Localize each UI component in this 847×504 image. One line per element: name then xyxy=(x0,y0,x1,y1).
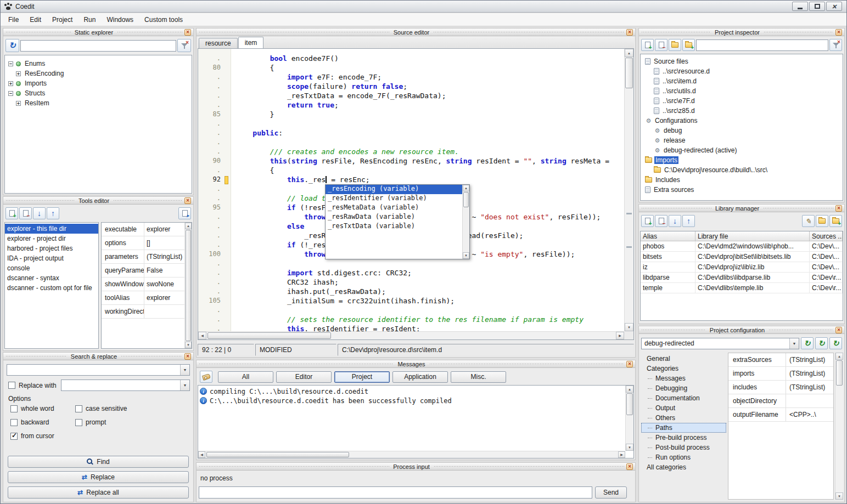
configuration-value[interactable]: debug-redirected xyxy=(642,338,789,349)
edit-library-button[interactable] xyxy=(802,215,815,227)
panel-close-button[interactable] xyxy=(626,29,633,36)
replace-with-value[interactable] xyxy=(61,380,180,390)
dock-grip[interactable] xyxy=(641,207,711,209)
scrollbar-thumb[interactable] xyxy=(186,230,191,341)
category-general[interactable]: General xyxy=(641,354,726,364)
property-row-includes[interactable]: includes(TStringList) xyxy=(728,381,833,394)
dock-grip[interactable] xyxy=(121,355,182,358)
inspector-item-debug[interactable]: debug xyxy=(641,126,843,135)
grid-scrollbar[interactable] xyxy=(184,223,192,348)
message-item[interactable]: C:\...\build\resource.d.coedit has been … xyxy=(198,396,625,405)
category-others[interactable]: Others xyxy=(641,413,726,423)
inspector-item-release[interactable]: release xyxy=(641,135,843,145)
code-line[interactable]: . return true; xyxy=(198,101,624,110)
dock-grip[interactable] xyxy=(5,31,71,33)
tool-item-dscanner-syntax[interactable]: dscanner - syntax xyxy=(5,273,98,283)
filter-all[interactable]: All xyxy=(218,371,273,383)
tree-item-resencoding[interactable]: +ResEncoding xyxy=(5,69,192,78)
inspector-item-includes[interactable]: Includes xyxy=(641,175,843,185)
code-line[interactable]: . public: xyxy=(198,129,624,138)
scrollbar-thumb[interactable] xyxy=(206,452,349,457)
panel-close-button[interactable] xyxy=(184,197,191,204)
checkbox-box[interactable] xyxy=(10,405,18,412)
dock-grip[interactable] xyxy=(769,329,833,331)
panel-header[interactable]: Process input xyxy=(197,463,635,471)
find-button[interactable]: Find xyxy=(8,456,189,468)
tool-item-ida-project-output[interactable]: IDA - project output xyxy=(5,253,98,263)
code-line[interactable]: 92 this._res = resEnc; xyxy=(198,175,624,185)
library-row-temple[interactable]: templeC:\Dev\dlibs\temple.libC:\Dev\r... xyxy=(641,283,843,293)
minimize-button[interactable] xyxy=(792,2,808,11)
inspector-item-src-z85-d[interactable]: ..\src\z85.d xyxy=(641,106,843,116)
property-row-objectdirectory[interactable]: objectDirectory xyxy=(728,394,833,408)
replace-with-checkbox[interactable] xyxy=(8,382,15,389)
panel-close-button[interactable] xyxy=(184,29,191,36)
menu-item-windows[interactable]: Windows xyxy=(101,14,139,26)
messages-horizontal-scrollbar[interactable] xyxy=(198,451,625,458)
scroll-right-button[interactable] xyxy=(618,451,625,458)
replace-all-button[interactable]: Replace all xyxy=(8,486,189,499)
inspector-item-configurations[interactable]: Configurations xyxy=(641,116,843,126)
checkbox-from-cursor[interactable]: from cursor xyxy=(10,432,75,440)
open-folder-button[interactable] xyxy=(669,39,681,51)
scroll-up-button[interactable] xyxy=(835,353,843,360)
panel-header[interactable]: Tools editor xyxy=(3,197,193,205)
tool-item-explorer-project-dir[interactable]: explorer - project dir xyxy=(5,234,98,243)
inspector-item-source-files[interactable]: Source files xyxy=(641,56,843,66)
refresh-button[interactable] xyxy=(5,39,19,52)
category-documentation[interactable]: Documentation xyxy=(641,393,726,403)
property-row-parameters[interactable]: parameters(TStringList) xyxy=(102,250,184,264)
send-button[interactable]: Send xyxy=(595,486,627,499)
library-row-iz[interactable]: izC:\Dev\dproj\iz\lib\iz.libC:\Dev\... xyxy=(641,262,843,273)
panel-header[interactable]: Source editor xyxy=(197,29,635,36)
move-tool-up-button[interactable] xyxy=(47,207,59,219)
code-line[interactable]: 90 this(string resFile, ResEncoding resE… xyxy=(198,157,624,166)
tool-item-harbored-project-files[interactable]: harbored - project files xyxy=(5,243,98,253)
inspector-item-c-dev-dproj-resource-d-build-src[interactable]: C:\Dev\dproj\resource.d\build\..\src\ xyxy=(641,165,843,175)
dropdown-button[interactable] xyxy=(180,365,189,375)
dock-grip[interactable] xyxy=(434,466,624,468)
completion-item[interactable]: _resTxtData (variable) xyxy=(326,222,462,231)
expander-icon[interactable]: + xyxy=(16,71,21,76)
dock-grip[interactable] xyxy=(429,363,624,365)
scroll-down-button[interactable] xyxy=(463,252,469,259)
maximize-button[interactable] xyxy=(809,2,825,11)
dock-grip[interactable] xyxy=(199,31,390,33)
config-sync-button-2[interactable] xyxy=(815,337,828,349)
property-row-toolalias[interactable]: toolAliasexplorer xyxy=(102,291,184,305)
tree-item-resitem[interactable]: +ResItem xyxy=(5,98,192,108)
category-messages[interactable]: Messages xyxy=(641,373,726,383)
panel-header[interactable]: Messages xyxy=(197,360,635,368)
checkbox-box[interactable] xyxy=(10,419,18,426)
column-header-library-file[interactable]: Library file xyxy=(695,231,810,241)
inspector-item-extra-sources[interactable]: Extra sources xyxy=(641,185,843,195)
clear-filter-button[interactable] xyxy=(829,39,842,51)
property-row-workingdirectory[interactable]: workingDirectory xyxy=(102,305,184,319)
scroll-down-button[interactable] xyxy=(626,444,633,451)
move-library-down-button[interactable] xyxy=(669,215,681,227)
expander-icon[interactable]: − xyxy=(8,91,13,96)
code-line[interactable]: . import e7F: encode_7F; xyxy=(198,73,624,82)
completion-item[interactable]: _resIdentifier (variable) xyxy=(326,194,462,203)
clear-messages-button[interactable] xyxy=(200,371,212,383)
tree-item-enums[interactable]: −Enums xyxy=(5,59,192,69)
panel-header[interactable]: Search & replace xyxy=(3,353,193,360)
remove-source-button[interactable] xyxy=(655,39,667,51)
code-line[interactable]: . CRC32 ihash; xyxy=(198,278,624,287)
dock-grip[interactable] xyxy=(199,363,394,365)
inspector-item-src-item-d[interactable]: ..\src\item.d xyxy=(641,76,843,86)
code-line[interactable]: 80 { xyxy=(198,64,624,73)
scroll-up-button[interactable] xyxy=(625,49,633,57)
dock-grip[interactable] xyxy=(641,31,711,33)
tree-item-structs[interactable]: −Structs xyxy=(5,88,192,98)
configuration-scrollbar[interactable] xyxy=(835,353,843,500)
tool-item-console[interactable]: console xyxy=(5,263,98,273)
code-line[interactable]: . import std.digest.crc: CRC32; xyxy=(198,269,624,278)
dropdown-button[interactable] xyxy=(180,380,189,390)
menu-item-file[interactable]: File xyxy=(3,14,24,26)
scroll-up-button[interactable] xyxy=(185,223,192,229)
code-line[interactable]: . /// creates and encodes a new resource… xyxy=(198,148,624,157)
scroll-left-button[interactable] xyxy=(198,332,206,339)
new-tool-button[interactable] xyxy=(5,207,18,219)
menu-item-project[interactable]: Project xyxy=(47,14,78,26)
